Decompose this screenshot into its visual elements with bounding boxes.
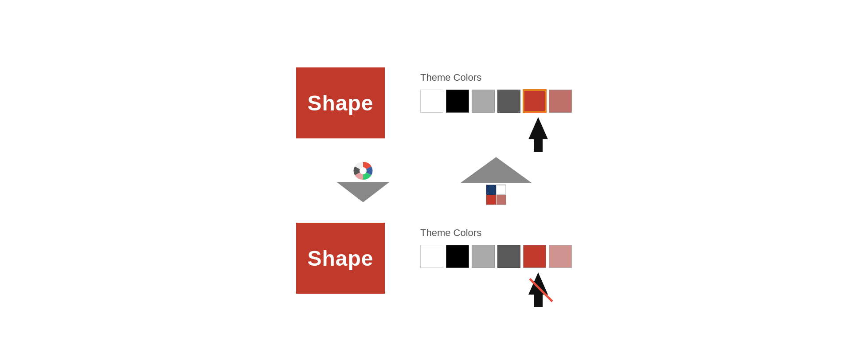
swatch-red-bottom[interactable] bbox=[523, 245, 546, 268]
color-grid-cell-1 bbox=[486, 185, 496, 195]
shape-label-bottom: Shape bbox=[307, 246, 373, 271]
swatch-light-gray-bottom[interactable] bbox=[472, 245, 495, 268]
swatch-white-top[interactable] bbox=[420, 90, 443, 113]
color-wheel-icon bbox=[352, 160, 374, 182]
arrow-up-icon-top bbox=[528, 117, 548, 139]
color-grid-cell-2 bbox=[497, 185, 506, 195]
arrow-up-icon-bottom bbox=[528, 272, 548, 295]
theme-colors-panel-top: Theme Colors bbox=[420, 67, 572, 139]
color-grid-cell-3 bbox=[486, 195, 496, 205]
theme-colors-title-top: Theme Colors bbox=[420, 72, 572, 83]
theme-colors-panel-bottom: Theme Colors bbox=[420, 223, 572, 295]
theme-colors-title-bottom: Theme Colors bbox=[420, 227, 572, 239]
swatch-black-bottom[interactable] bbox=[446, 245, 469, 268]
shape-box-top: Shape bbox=[296, 67, 385, 138]
fill-color-picker-right[interactable] bbox=[461, 157, 532, 205]
color-grid-cell-4 bbox=[497, 195, 506, 205]
swatch-white-bottom[interactable] bbox=[420, 245, 443, 268]
arrow-strikethrough-container bbox=[420, 272, 572, 295]
color-swatches-bottom bbox=[420, 245, 572, 268]
swatch-pink-top[interactable] bbox=[549, 90, 572, 113]
swatch-red-top[interactable] bbox=[523, 90, 546, 113]
triangle-up-gray-icon bbox=[461, 157, 532, 183]
top-section: Shape Theme Colors bbox=[296, 67, 572, 139]
main-container: Shape Theme Colors bbox=[0, 0, 868, 362]
color-picker-dropdown-left[interactable] bbox=[336, 160, 390, 202]
shape-label-top: Shape bbox=[307, 91, 373, 115]
swatch-pink-bottom[interactable] bbox=[549, 245, 572, 268]
color-swatches-top bbox=[420, 90, 572, 113]
bottom-section: Shape Theme Colors bbox=[296, 223, 572, 295]
middle-section bbox=[336, 157, 532, 205]
shape-box-bottom: Shape bbox=[296, 223, 385, 294]
swatch-black-top[interactable] bbox=[446, 90, 469, 113]
dropdown-triangle-left bbox=[336, 182, 390, 202]
arrow-strikethrough-wrapper bbox=[528, 272, 548, 295]
swatch-dark-gray-bottom[interactable] bbox=[497, 245, 520, 268]
swatch-light-gray-top[interactable] bbox=[472, 90, 495, 113]
svg-point-0 bbox=[360, 167, 367, 174]
arrow-up-indicator-top bbox=[420, 117, 572, 139]
fill-color-grid-icon bbox=[486, 185, 506, 205]
swatch-dark-gray-top[interactable] bbox=[497, 90, 520, 113]
